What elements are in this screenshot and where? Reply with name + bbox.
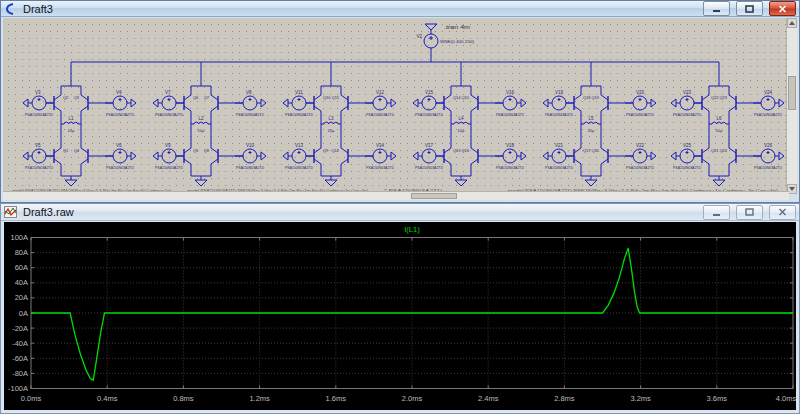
hbridge-block-5[interactable]: Q18Q19Q17Q20L510µV19PSA150N03A2TDV20PSA1… <box>543 62 656 186</box>
svg-text:Q6: Q6 <box>193 95 199 100</box>
svg-text:V26: V26 <box>764 143 773 148</box>
waveform-plot-area[interactable]: 0.0ms0.4ms0.8ms1.2ms1.6ms2.0ms2.4ms2.8ms… <box>4 222 796 410</box>
svg-text:1.6ms: 1.6ms <box>326 394 347 403</box>
svg-text:20A: 20A <box>15 293 28 302</box>
svg-text:-60A: -60A <box>12 354 28 363</box>
svg-text:60A: 60A <box>15 263 28 272</box>
schematic-horizontal-scrollbar[interactable] <box>3 191 789 200</box>
svg-text:PSA150N03A2TD: PSA150N03A2TD <box>366 113 394 117</box>
minimize-icon <box>712 5 721 12</box>
svg-text:Q20: Q20 <box>591 148 599 153</box>
hbridge-block-4[interactable]: Q14Q15Q13Q16L410µV15PSA150N03A2TDV16PSA1… <box>413 62 526 186</box>
svg-text:80A: 80A <box>15 248 28 257</box>
hbridge-block-2[interactable]: Q6Q7Q5Q8L210µV7PSA150N03A2TDV8PSA150N03A… <box>153 62 266 186</box>
maximize-button[interactable] <box>736 1 763 16</box>
svg-text:V25: V25 <box>683 143 692 148</box>
svg-text:L1: L1 <box>68 116 74 121</box>
svg-text:3.6ms: 3.6ms <box>707 394 728 403</box>
close-icon <box>778 5 787 13</box>
svg-text:V22: V22 <box>636 143 645 148</box>
svg-text:V10: V10 <box>246 143 255 148</box>
svg-text:PSA150N03A2TD: PSA150N03A2TD <box>25 166 53 170</box>
svg-text:L3: L3 <box>328 116 334 121</box>
svg-text:10µ: 10µ <box>328 128 335 133</box>
svg-text:PSA150N03A2TD: PSA150N03A2TD <box>106 113 134 117</box>
svg-text:PSA150N03A2TD: PSA150N03A2TD <box>754 166 782 170</box>
svg-text:Q14: Q14 <box>453 95 461 100</box>
schematic-drawing: V2SINE(0 400 250).tran 4mQ2Q3Q1Q4L110µV3… <box>3 18 789 194</box>
svg-text:4.0ms: 4.0ms <box>776 394 796 403</box>
maximize-icon <box>745 5 754 13</box>
svg-text:V24: V24 <box>764 90 773 95</box>
svg-text:PSA150N03A2TD: PSA150N03A2TD <box>673 166 701 170</box>
svg-text:V11: V11 <box>295 90 303 95</box>
hbridge-block-6[interactable]: Q22Q23Q21Q24L610µV23PSA150N03A2TDV24PSA1… <box>671 62 784 186</box>
svg-text:0.0ms: 0.0ms <box>21 394 42 403</box>
svg-text:V21: V21 <box>555 143 564 148</box>
schematic-vertical-scrollbar[interactable] <box>786 18 797 194</box>
svg-text:PSA150N03A2TD: PSA150N03A2TD <box>754 113 782 117</box>
svg-text:Q5: Q5 <box>193 148 199 153</box>
svg-text:Q23: Q23 <box>719 95 727 100</box>
svg-text:10µ: 10µ <box>458 128 465 133</box>
svg-text:-20A: -20A <box>12 324 28 333</box>
waveform-window-title: Draft3.raw <box>23 206 74 218</box>
svg-text:3.2ms: 3.2ms <box>630 394 651 403</box>
schematic-canvas[interactable]: V2SINE(0 400 250).tran 4mQ2Q3Q1Q4L110µV3… <box>3 18 789 194</box>
close-button[interactable] <box>769 205 796 220</box>
restore-button[interactable] <box>736 205 763 220</box>
svg-text:-100A: -100A <box>8 384 28 393</box>
svg-text:PSA150N03A2TD: PSA150N03A2TD <box>155 113 183 117</box>
svg-text:0.4ms: 0.4ms <box>97 394 118 403</box>
horizontal-scroll-thumb[interactable] <box>411 193 457 199</box>
svg-text:Q3: Q3 <box>74 95 80 100</box>
svg-text:10µ: 10µ <box>716 128 723 133</box>
svg-text:PSA150N03A2TD: PSA150N03A2TD <box>106 166 134 170</box>
svg-text:.tran 4m: .tran 4m <box>444 24 470 30</box>
svg-text:1.2ms: 1.2ms <box>249 394 270 403</box>
svg-text:PSA150N03A2TD: PSA150N03A2TD <box>415 166 443 170</box>
svg-text:-80A: -80A <box>12 369 28 378</box>
vertical-scroll-thumb[interactable] <box>788 76 796 110</box>
waveform-window: Draft3.raw 0.0ms0.4ms0.8ms1.2ms1.6ms2.0m… <box>0 203 800 414</box>
svg-text:PSA150N03A2TD: PSA150N03A2TD <box>496 166 524 170</box>
svg-text:2.0ms: 2.0ms <box>402 394 423 403</box>
schematic-window-title: Draft3 <box>23 3 53 15</box>
svg-text:2.4ms: 2.4ms <box>478 394 499 403</box>
svg-text:Q16: Q16 <box>461 148 469 153</box>
svg-text:PSA150N03A2TD: PSA150N03A2TD <box>285 166 313 170</box>
svg-text:PSA150N03A2TD: PSA150N03A2TD <box>673 113 701 117</box>
minimize-icon <box>712 209 721 216</box>
svg-text:V14: V14 <box>376 143 385 148</box>
close-button[interactable] <box>769 1 796 16</box>
svg-text:V7: V7 <box>165 90 171 95</box>
close-icon <box>778 208 787 216</box>
svg-text:Q13: Q13 <box>453 148 461 153</box>
scroll-up-arrow[interactable] <box>787 18 797 28</box>
svg-text:Q18: Q18 <box>583 95 591 100</box>
svg-text:L6: L6 <box>716 116 722 121</box>
svg-text:V8: V8 <box>246 90 252 95</box>
svg-text:V15: V15 <box>425 90 434 95</box>
svg-text:V2: V2 <box>416 34 422 39</box>
svg-text:Q4: Q4 <box>74 148 80 153</box>
svg-text:V6: V6 <box>116 143 122 148</box>
restore-icon <box>745 208 754 216</box>
svg-text:Q21: Q21 <box>711 148 719 153</box>
svg-text:10µ: 10µ <box>588 128 595 133</box>
svg-text:-40A: -40A <box>12 339 28 348</box>
svg-text:Q2: Q2 <box>63 95 69 100</box>
svg-text:100A: 100A <box>10 233 28 242</box>
hbridge-block-3[interactable]: Q10Q11Q9Q12L310µV11PSA150N03A2TDV12PSA15… <box>283 62 396 186</box>
minimize-button[interactable] <box>703 205 730 220</box>
svg-text:V18: V18 <box>506 143 515 148</box>
schematic-titlebar[interactable]: Draft3 <box>1 1 799 17</box>
waveform-plot: 0.0ms0.4ms0.8ms1.2ms1.6ms2.0ms2.4ms2.8ms… <box>4 222 796 410</box>
svg-text:V16: V16 <box>506 90 515 95</box>
schematic-window: Draft3 V2SINE(0 400 250).tran 4mQ2Q3Q1Q4… <box>0 0 800 203</box>
hbridge-block-1[interactable]: Q2Q3Q1Q4L110µV3PSA150N03A2TDV4PSA150N03A… <box>23 62 136 186</box>
svg-text:Q11: Q11 <box>332 95 340 100</box>
minimize-button[interactable] <box>703 1 730 16</box>
trace-label[interactable]: I(L1) <box>404 225 420 234</box>
waveform-titlebar[interactable]: Draft3.raw <box>1 204 799 221</box>
